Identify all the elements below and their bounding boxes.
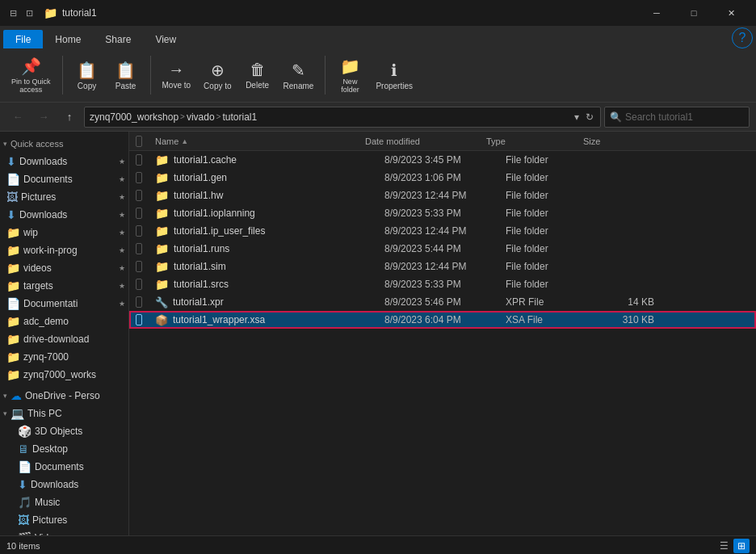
nav-up-button[interactable]: ↑ — [58, 106, 81, 128]
thispc-label: This PC — [27, 408, 62, 419]
folder-icon-8: 📁 — [155, 278, 169, 291]
tab-view[interactable]: View — [143, 30, 188, 48]
ribbon-btn-paste[interactable]: 📋 Paste — [108, 52, 144, 98]
nav-forward-button[interactable]: → — [32, 106, 55, 128]
sidebar-item-zynq7000ws[interactable]: 📁 zynq7000_works — [0, 366, 128, 384]
sidebar-item-zynq7000[interactable]: 📁 zynq-7000 — [0, 348, 128, 366]
table-row[interactable]: 📁 tutorial1.sim 8/9/2023 12:44 PM File f… — [129, 258, 756, 275]
checkbox-6[interactable] — [136, 243, 142, 254]
sidebar-item-documents[interactable]: 📄 Documents ★ — [0, 170, 128, 188]
ribbon-btn-pin[interactable]: 📌 Pin to Quickaccess — [6, 52, 56, 98]
view-icons-button[interactable]: ⊞ — [733, 539, 750, 553]
sidebar-item-wip2[interactable]: 📁 work-in-prog ★ — [0, 241, 128, 259]
sidebar-item-videos[interactable]: 📁 videos ★ — [0, 259, 128, 277]
table-row[interactable]: 📁 tutorial1.ip_user_files 8/9/2023 12:44… — [129, 222, 756, 240]
desktop-icon: 🖥 — [18, 443, 29, 455]
table-row[interactable]: 📁 tutorial1.runs 8/9/2023 5:44 PM File f… — [129, 240, 756, 258]
documentati-icon: 📄 — [6, 297, 20, 310]
sidebar-item-drive[interactable]: 📁 drive-download — [0, 330, 128, 348]
sidebar-item-documentati[interactable]: 📄 Documentati ★ — [0, 295, 128, 313]
quick-access-header[interactable]: ▾ Quick access — [0, 135, 128, 153]
ribbon-btn-rename-label: Rename — [284, 82, 314, 90]
ribbon-btn-move-label: Move to — [162, 81, 191, 90]
table-row[interactable]: 📦 tutorial1_wrapper.xsa 8/9/2023 6:04 PM… — [129, 311, 756, 329]
chevron-2: > — [216, 112, 221, 121]
row-name-8: 📁 tutorial1.srcs — [149, 275, 378, 293]
sidebar-item-videos2[interactable]: 🎬 Videos — [0, 529, 128, 535]
ribbon-btn-rename[interactable]: ✎ Rename — [279, 52, 319, 98]
tab-home[interactable]: Home — [43, 30, 93, 48]
address-dropdown-icon[interactable]: ▾ — [573, 111, 581, 123]
minimize-button[interactable]: ─ — [638, 0, 675, 26]
crumb-tutorial1[interactable]: tutorial1 — [222, 111, 257, 123]
address-refresh-icon[interactable]: ↻ — [584, 111, 595, 123]
address-bar[interactable]: zynq7000_workshop > vivado > tutorial1 ▾… — [84, 107, 601, 128]
ribbon-btn-copyto[interactable]: ⊕ Copy to — [199, 52, 236, 98]
ribbon-btn-pin-label: Pin to Quickaccess — [11, 78, 51, 94]
table-row[interactable]: 📁 tutorial1.srcs 8/9/2023 5:33 PM File f… — [129, 275, 756, 293]
table-row[interactable]: 📁 tutorial1.ioplanning 8/9/2023 5:33 PM … — [129, 204, 756, 222]
ribbon-sep-2 — [150, 56, 151, 94]
thispc-header[interactable]: ▾ 💻 This PC — [0, 405, 128, 422]
sidebar-item-music[interactable]: 🎵 Music — [0, 493, 128, 511]
sidebar-item-docs2[interactable]: 📄 Documents — [0, 458, 128, 476]
maximize-button[interactable]: □ — [675, 0, 712, 26]
checkbox-7[interactable] — [136, 261, 142, 272]
row-type-5: File folder — [499, 222, 596, 240]
ribbon-btn-copy[interactable]: 📋 Copy — [69, 52, 105, 98]
table-row[interactable]: 📁 tutorial1.hw 8/9/2023 12:44 PM File fo… — [129, 187, 756, 204]
sidebar-item-targets[interactable]: 📁 targets ★ — [0, 277, 128, 295]
checkbox-2[interactable] — [136, 172, 142, 183]
help-button[interactable]: ? — [732, 27, 753, 48]
nav-back-button[interactable]: ← — [6, 106, 29, 128]
pin-icon-9: ★ — [119, 300, 125, 308]
ribbon-btn-properties[interactable]: ℹ Properties — [371, 52, 418, 98]
file-name-9: tutorial1.xpr — [173, 296, 224, 308]
checkbox-5[interactable] — [136, 225, 142, 237]
header-checkbox[interactable] — [136, 136, 142, 147]
crumb-zynq7000[interactable]: zynq7000_workshop — [90, 111, 178, 123]
tab-file[interactable]: File — [3, 30, 43, 48]
checkbox-4[interactable] — [136, 208, 142, 219]
col-header-date[interactable]: Date modified — [359, 132, 480, 150]
onedrive-header[interactable]: ▾ ☁ OneDrive - Perso — [0, 387, 128, 405]
table-row[interactable]: 📁 tutorial1.gen 8/9/2023 1:06 PM File fo… — [129, 169, 756, 187]
sidebar-item-3dobjects[interactable]: 🎲 3D Objects — [0, 422, 128, 440]
title-bar: ⊟ ⊡ 📁 tutorial1 ─ □ ✕ — [0, 0, 756, 26]
checkbox-10[interactable] — [136, 314, 142, 325]
ribbon-sep-3 — [325, 56, 326, 94]
ribbon-btn-newfolder-label: Newfolder — [341, 78, 359, 94]
crumb-vivado[interactable]: vivado — [187, 111, 215, 123]
table-row[interactable]: 📁 tutorial1.cache 8/9/2023 3:45 PM File … — [129, 151, 756, 169]
sidebar-item-pictures2[interactable]: 🖼 Pictures — [0, 511, 128, 529]
sidebar-item-downloads3[interactable]: ⬇ Downloads — [0, 476, 128, 493]
col-header-type[interactable]: Type — [480, 132, 577, 150]
thispc-expand: ▾ — [3, 409, 7, 418]
col-header-size[interactable]: Size — [577, 132, 641, 150]
search-bar[interactable]: 🔍 Search tutorial1 — [604, 107, 750, 128]
sidebar-item-wip[interactable]: 📁 wip ★ — [0, 224, 128, 241]
checkbox-9[interactable] — [136, 296, 142, 308]
sidebar-label-zynq7000ws: zynq7000_works — [23, 369, 96, 380]
ribbon-btn-move[interactable]: → Move to — [158, 52, 196, 98]
sidebar-item-adc[interactable]: 📁 adc_demo — [0, 313, 128, 330]
table-row[interactable]: 🔧 tutorial1.xpr 8/9/2023 5:46 PM XPR Fil… — [129, 293, 756, 311]
row-size-5 — [596, 222, 661, 240]
row-name-10: 📦 tutorial1_wrapper.xsa — [149, 311, 378, 329]
col-header-name[interactable]: Name ▲ — [149, 132, 359, 150]
ribbon-btn-newfolder[interactable]: 📁 Newfolder — [332, 52, 368, 98]
sidebar-item-downloads-1[interactable]: ⬇ Downloads ★ — [0, 153, 128, 170]
ribbon-btn-delete[interactable]: 🗑 Delete — [240, 52, 275, 98]
sidebar-item-pictures[interactable]: 🖼 Pictures ★ — [0, 188, 128, 206]
checkbox-1[interactable] — [136, 154, 142, 166]
row-type-10: XSA File — [499, 311, 596, 329]
checkbox-3[interactable] — [136, 190, 142, 201]
sidebar-item-downloads-2[interactable]: ⬇ Downloads ★ — [0, 206, 128, 224]
view-details-button[interactable]: ☰ — [716, 539, 732, 553]
close-button[interactable]: ✕ — [712, 0, 750, 26]
checkbox-8[interactable] — [136, 279, 142, 290]
sidebar-item-desktop[interactable]: 🖥 Desktop — [0, 440, 128, 458]
address-actions: ▾ ↻ — [573, 111, 595, 123]
tab-share[interactable]: Share — [93, 30, 143, 48]
address-breadcrumb: zynq7000_workshop > vivado > tutorial1 — [90, 111, 257, 123]
